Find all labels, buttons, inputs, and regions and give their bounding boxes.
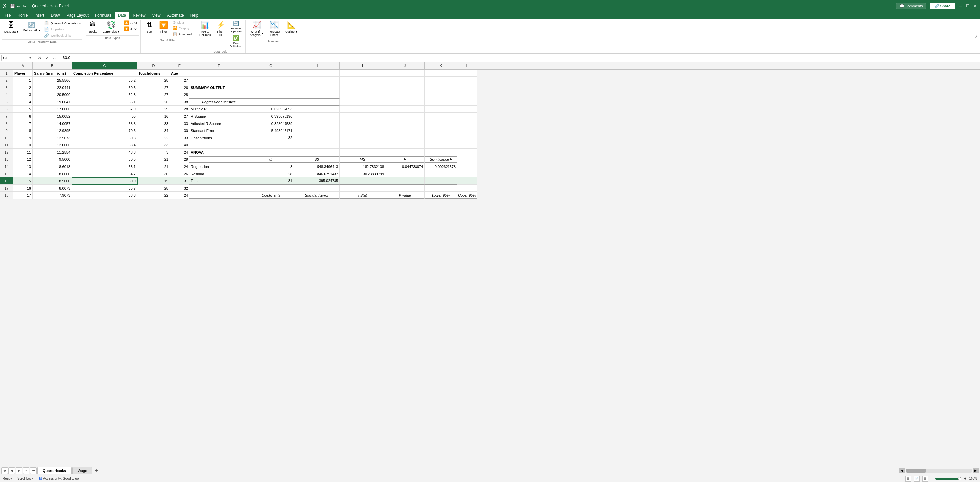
what-if-analysis-button[interactable]: 📈 What-IfAnalysis ▼ — [248, 20, 265, 38]
col-header-F[interactable]: F — [189, 62, 248, 69]
menu-data[interactable]: Data — [115, 12, 129, 19]
cell-J16[interactable] — [385, 177, 425, 185]
cell-K1[interactable] — [425, 70, 457, 77]
cell-J3[interactable] — [385, 84, 425, 91]
col-header-H[interactable]: H — [294, 62, 340, 69]
row-header-5[interactable]: 5 — [0, 99, 13, 105]
cell-D2[interactable]: 28 — [137, 77, 170, 84]
cell-C18[interactable]: 58.3 — [72, 192, 137, 199]
menu-insert[interactable]: Insert — [31, 12, 48, 19]
cell-G4[interactable] — [248, 91, 294, 99]
tab-nav-prev-prev[interactable]: ⏮ — [1, 467, 8, 474]
cell-E13[interactable]: 29 — [170, 156, 189, 163]
cell-B17[interactable]: 8.0073 — [33, 185, 72, 192]
cell-C17[interactable]: 65.7 — [72, 185, 137, 192]
row-header-4[interactable]: 4 — [0, 91, 13, 99]
col-header-K[interactable]: K — [425, 62, 457, 69]
ribbon-collapse-button[interactable]: ∧ — [974, 20, 979, 53]
cell-B6[interactable]: 17.0000 — [33, 105, 72, 113]
cell-G1[interactable] — [248, 70, 294, 77]
cell-L12[interactable] — [457, 149, 477, 156]
row-header-16[interactable]: 16 — [0, 177, 13, 185]
currencies-button[interactable]: 💱 Currencies ▼ — [100, 20, 121, 35]
cell-I8[interactable] — [340, 120, 385, 127]
cell-I15[interactable]: 30.23839799 — [340, 170, 385, 177]
cell-D12[interactable]: 3 — [137, 149, 170, 156]
tab-nav-next-next[interactable]: ⏭ — [23, 467, 29, 474]
cell-K6[interactable] — [425, 105, 457, 113]
cell-L7[interactable] — [457, 113, 477, 120]
cell-A3[interactable]: 2 — [13, 84, 33, 91]
cell-D1[interactable]: Touchdowns — [137, 70, 170, 77]
cell-I18[interactable]: t Stat — [340, 192, 385, 199]
cell-G9[interactable]: 5.498945171 — [248, 127, 294, 134]
cell-L11[interactable] — [457, 142, 477, 149]
cell-H18[interactable]: Standard Error — [294, 192, 340, 199]
forecast-sheet-button[interactable]: 📉 ForecastSheet — [267, 20, 282, 38]
cell-E16[interactable]: 31 — [170, 177, 189, 185]
cell-F1[interactable] — [189, 70, 248, 77]
cell-C10[interactable]: 60.3 — [72, 134, 137, 142]
cell-I5[interactable] — [340, 99, 385, 105]
insert-function-icon[interactable]: fx — [52, 55, 57, 60]
cell-C9[interactable]: 70.6 — [72, 127, 137, 134]
row-header-6[interactable]: 6 — [0, 105, 13, 113]
cell-K5[interactable] — [425, 99, 457, 105]
cell-I1[interactable] — [340, 70, 385, 77]
cell-K14[interactable]: 0.002623578 — [425, 163, 457, 170]
cell-H7[interactable] — [294, 113, 340, 120]
filter-button[interactable]: 🔽 Filter — [157, 20, 170, 35]
cell-I6[interactable] — [340, 105, 385, 113]
queries-connections-btn[interactable]: 📋 Queries & Connections — [43, 20, 82, 26]
comments-button[interactable]: 💬 Comments — [896, 3, 926, 10]
get-data-button[interactable]: 🗄 Get Data ▼ — [2, 20, 21, 35]
cell-G12[interactable] — [248, 149, 294, 156]
cell-B15[interactable]: 8.6000 — [33, 170, 72, 177]
cell-F18[interactable] — [189, 192, 248, 199]
cell-G2[interactable] — [248, 77, 294, 84]
menu-automate[interactable]: Automate — [164, 12, 187, 19]
cell-C14[interactable]: 63.1 — [72, 163, 137, 170]
cell-F8[interactable]: Adjusted R Square — [189, 120, 248, 127]
row-header-11[interactable]: 11 — [0, 142, 13, 149]
cell-J9[interactable] — [385, 127, 425, 134]
cell-B4[interactable]: 20.5000 — [33, 91, 72, 99]
cell-I13[interactable]: MS — [340, 156, 385, 163]
col-header-J[interactable]: J — [385, 62, 425, 69]
cell-E18[interactable]: 24 — [170, 192, 189, 199]
cell-A8[interactable]: 7 — [13, 120, 33, 127]
scrollbar-left[interactable]: ◀ — [899, 468, 905, 473]
cell-B16[interactable]: 8.5000 — [33, 177, 72, 185]
cell-D3[interactable]: 27 — [137, 84, 170, 91]
row-header-3[interactable]: 3 — [0, 84, 13, 91]
cell-A12[interactable]: 11 — [13, 149, 33, 156]
cell-I17[interactable] — [340, 185, 385, 192]
col-header-E[interactable]: E — [170, 62, 189, 69]
cell-G13[interactable]: df — [248, 156, 294, 163]
cell-H11[interactable] — [294, 142, 340, 149]
cell-D9[interactable]: 34 — [137, 127, 170, 134]
col-header-G[interactable]: G — [248, 62, 294, 69]
cell-G7[interactable]: 0.393075196 — [248, 113, 294, 120]
cell-J14[interactable]: 6.044738674 — [385, 163, 425, 170]
cell-G16[interactable]: 31 — [248, 177, 294, 185]
cell-G11[interactable] — [248, 142, 294, 149]
sort-button[interactable]: ⇅ Sort — [143, 20, 156, 35]
menu-file[interactable]: File — [1, 12, 14, 19]
cell-A1[interactable]: Player — [13, 70, 33, 77]
cell-E2[interactable]: 27 — [170, 77, 189, 84]
cell-A4[interactable]: 3 — [13, 91, 33, 99]
cell-L3[interactable] — [457, 84, 477, 91]
cell-E12[interactable]: 24 — [170, 149, 189, 156]
share-button[interactable]: 🔗 Share — [930, 3, 955, 9]
cell-K13[interactable]: Significance F — [425, 156, 457, 163]
cell-H8[interactable] — [294, 120, 340, 127]
data-validation-button[interactable]: ✅ DataValidation — [229, 34, 243, 48]
cell-I4[interactable] — [340, 91, 385, 99]
cell-H15[interactable]: 846.6751437 — [294, 170, 340, 177]
cell-D17[interactable]: 28 — [137, 185, 170, 192]
cell-E3[interactable]: 26 — [170, 84, 189, 91]
cell-F16[interactable]: Total — [189, 177, 248, 185]
cell-L4[interactable] — [457, 91, 477, 99]
cell-J8[interactable] — [385, 120, 425, 127]
